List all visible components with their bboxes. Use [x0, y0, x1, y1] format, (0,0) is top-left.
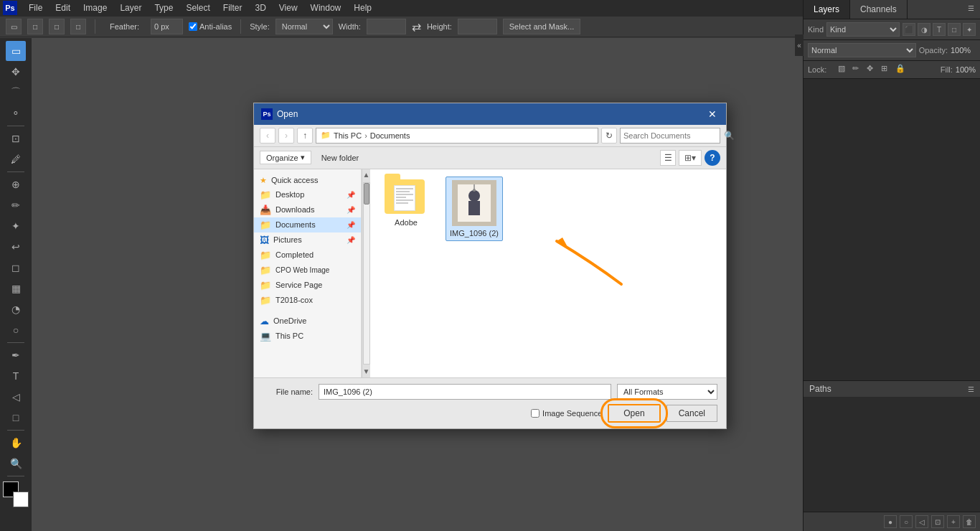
scroll-up-btn[interactable]: ▲: [362, 169, 371, 181]
photoshop-app: Ps File Edit Image Layer Type Select Fil…: [0, 0, 980, 531]
format-select[interactable]: All Formats JPEG PNG PSD: [617, 384, 717, 400]
service-folder-icon: 📁: [260, 280, 271, 291]
onedrive-icon: ☁: [260, 316, 269, 326]
svg-point-5: [473, 189, 476, 192]
quick-access-label: Quick access: [271, 176, 318, 184]
sidebar-item-t2018[interactable]: 📁 T2018-cox: [254, 293, 361, 308]
new-folder-btn[interactable]: New folder: [317, 152, 364, 164]
scroll-down-btn[interactable]: ▼: [362, 366, 371, 377]
file-open-dialog: Ps Open ✕ ‹ › ↑ 📁 This PC › Documents ↻ …: [253, 103, 727, 429]
file-item-adobe[interactable]: Adobe: [377, 177, 435, 241]
sidebar-item-quick-access[interactable]: ★ Quick access: [254, 174, 361, 187]
dialog-toolbar: Organize ▾ New folder ☰ ⊞ ▾ ?: [254, 147, 726, 169]
sidebar-item-downloads[interactable]: 📥 Downloads 📌: [254, 202, 361, 217]
dialog-scrollbar: ▲ ▼: [362, 169, 370, 377]
cancel-btn[interactable]: Cancel: [666, 405, 717, 422]
pictures-folder-icon: 🖼: [260, 235, 269, 245]
help-btn[interactable]: ?: [705, 150, 720, 166]
documents-folder-icon: 📁: [260, 220, 271, 230]
view-dropdown-icon: ▾: [692, 153, 696, 163]
search-input[interactable]: [623, 131, 722, 140]
pictures-pin-icon: 📌: [347, 236, 355, 244]
dialog-sidebar: ★ Quick access 📁 Desktop 📌 📥 Downloads 📌: [254, 169, 362, 377]
cpo-label: CPO Web Image: [275, 266, 329, 274]
sidebar-item-desktop[interactable]: 📁 Desktop 📌: [254, 187, 361, 202]
img-thumbnail-svg: [452, 180, 496, 226]
documents-pin-icon: 📌: [347, 221, 355, 229]
dialog-nav: ‹ › ↑ 📁 This PC › Documents ↻ 🔍: [254, 125, 726, 147]
dialog-titlebar: Ps Open ✕: [254, 103, 726, 125]
nav-up-btn[interactable]: ↑: [297, 128, 313, 144]
organize-label: Organize: [266, 154, 298, 162]
open-btn-wrapper: Open: [608, 404, 660, 423]
dialog-files: Adobe: [370, 169, 726, 377]
adobe-folder-icon: [385, 179, 428, 215]
dialog-close-btn[interactable]: ✕: [706, 108, 719, 121]
svg-point-2: [468, 190, 480, 202]
open-btn[interactable]: Open: [608, 404, 660, 423]
nav-forward-btn[interactable]: ›: [278, 128, 294, 144]
downloads-folder-icon: 📥: [260, 205, 271, 215]
img-thumb: [452, 180, 496, 226]
svg-marker-6: [557, 238, 567, 247]
arrow-annotation: [499, 212, 643, 299]
organize-btn[interactable]: Organize ▾: [260, 151, 311, 164]
sidebar-item-onedrive[interactable]: ☁ OneDrive: [254, 314, 361, 329]
image-sequence-checkbox[interactable]: [531, 409, 540, 418]
scroll-track[interactable]: [363, 182, 370, 365]
pictures-label: Pictures: [273, 235, 302, 244]
documents-label: Documents: [275, 220, 316, 229]
filename-input[interactable]: [319, 384, 611, 400]
breadcrumb-root[interactable]: This PC: [334, 131, 362, 140]
dialog-footer: File name: All Formats JPEG PNG PSD Imag…: [254, 377, 726, 428]
t2018-label: T2018-cox: [275, 296, 313, 304]
desktop-folder-icon: 📁: [260, 189, 271, 200]
breadcrumb-separator: ›: [364, 131, 367, 140]
image-sequence-check[interactable]: Image Sequence: [263, 409, 602, 418]
downloads-pin-icon: 📌: [347, 206, 355, 214]
t2018-folder-icon: 📁: [260, 295, 271, 306]
filename-label: File name:: [263, 387, 313, 396]
sidebar-item-documents[interactable]: 📁 Documents 📌: [254, 217, 361, 232]
thispc-icon: 💻: [260, 331, 271, 342]
desktop-pin-icon: 📌: [347, 191, 355, 199]
sidebar-item-completed[interactable]: 📁 Completed: [254, 248, 361, 263]
view-details-btn[interactable]: ☰: [660, 150, 676, 166]
adobe-folder-label: Adobe: [395, 218, 418, 227]
view-btns: ☰ ⊞ ▾ ?: [660, 150, 720, 166]
sidebar-item-pictures[interactable]: 🖼 Pictures 📌: [254, 232, 361, 248]
filename-row: File name: All Formats JPEG PNG PSD: [263, 384, 717, 400]
thispc-label: This PC: [275, 332, 303, 340]
completed-folder-icon: 📁: [260, 250, 271, 260]
sidebar-item-cpo[interactable]: 📁 CPO Web Image: [254, 263, 361, 278]
search-box: 🔍: [620, 128, 720, 144]
sidebar-item-service[interactable]: 📁 Service Page: [254, 278, 361, 293]
sidebar-item-thispc[interactable]: 💻 This PC: [254, 329, 361, 344]
completed-label: Completed: [275, 250, 314, 259]
cpo-folder-icon: 📁: [260, 265, 271, 276]
scroll-thumb[interactable]: [364, 183, 369, 205]
breadcrumb-folder[interactable]: Documents: [370, 131, 410, 140]
sidebar-spacer: [254, 308, 361, 314]
view-split-icon: ⊞: [684, 153, 692, 163]
nav-back-btn[interactable]: ‹: [260, 128, 275, 144]
onedrive-label: OneDrive: [273, 316, 306, 325]
image-sequence-label: Image Sequence: [542, 409, 602, 418]
desktop-label: Desktop: [275, 190, 304, 199]
file-item-img1096[interactable]: IMG_1096 (2): [446, 177, 503, 241]
downloads-label: Downloads: [275, 205, 314, 214]
service-label: Service Page: [275, 281, 322, 289]
view-split-btn[interactable]: ⊞ ▾: [679, 150, 702, 166]
search-icon: 🔍: [724, 131, 735, 141]
dialog-body: ★ Quick access 📁 Desktop 📌 📥 Downloads 📌: [254, 169, 726, 377]
star-icon: ★: [260, 176, 267, 185]
img1096-label: IMG_1096 (2): [450, 229, 499, 238]
action-row: Image Sequence Open Cancel: [263, 404, 717, 423]
organize-dropdown-icon: ▾: [301, 153, 305, 162]
svg-rect-3: [468, 201, 480, 215]
dialog-ps-icon: Ps: [261, 108, 273, 120]
dialog-title: Open: [277, 109, 702, 119]
nav-breadcrumb: 📁 This PC › Documents: [316, 128, 598, 144]
dialog-overlay: Ps Open ✕ ‹ › ↑ 📁 This PC › Documents ↻ …: [0, 0, 980, 531]
nav-refresh-btn[interactable]: ↻: [601, 128, 617, 144]
